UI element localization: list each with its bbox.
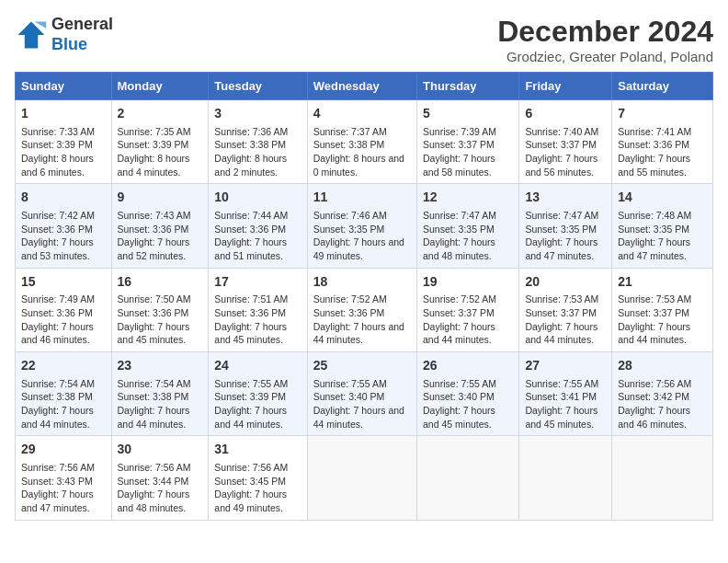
header-thursday: Thursday xyxy=(417,73,519,100)
main-title: December 2024 xyxy=(497,15,713,49)
cell-week2-day0: 8Sunrise: 7:42 AMSunset: 3:36 PMDaylight… xyxy=(16,184,112,268)
cell-week5-day5 xyxy=(519,436,612,520)
cell-week4-day5: 27Sunrise: 7:55 AMSunset: 3:41 PMDayligh… xyxy=(519,352,612,436)
cell-week3-day0: 15Sunrise: 7:49 AMSunset: 3:36 PMDayligh… xyxy=(16,268,112,351)
cell-week3-day1: 16Sunrise: 7:50 AMSunset: 3:36 PMDayligh… xyxy=(111,268,209,351)
header-sunday: Sunday xyxy=(16,73,112,100)
cell-week4-day0: 22Sunrise: 7:54 AMSunset: 3:38 PMDayligh… xyxy=(16,352,112,436)
cell-week1-day6: 7Sunrise: 7:41 AMSunset: 3:36 PMDaylight… xyxy=(612,100,713,184)
header-wednesday: Wednesday xyxy=(307,73,416,100)
week-row-5: 29Sunrise: 7:56 AMSunset: 3:43 PMDayligh… xyxy=(16,436,713,520)
header: General Blue December 2024 Grodziec, Gre… xyxy=(15,15,713,64)
week-row-2: 8Sunrise: 7:42 AMSunset: 3:36 PMDaylight… xyxy=(16,184,713,268)
logo-text-general: General xyxy=(51,15,113,35)
cell-week5-day1: 30Sunrise: 7:56 AMSunset: 3:44 PMDayligh… xyxy=(111,436,209,520)
cell-week4-day6: 28Sunrise: 7:56 AMSunset: 3:42 PMDayligh… xyxy=(612,352,713,436)
header-friday: Friday xyxy=(519,73,612,100)
cell-week3-day5: 20Sunrise: 7:53 AMSunset: 3:37 PMDayligh… xyxy=(519,268,612,351)
cell-week5-day0: 29Sunrise: 7:56 AMSunset: 3:43 PMDayligh… xyxy=(16,436,112,520)
logo-icon xyxy=(15,18,48,52)
cell-week2-day3: 11Sunrise: 7:46 AMSunset: 3:35 PMDayligh… xyxy=(307,184,416,268)
cell-week1-day5: 6Sunrise: 7:40 AMSunset: 3:37 PMDaylight… xyxy=(519,100,612,184)
cell-week4-day1: 23Sunrise: 7:54 AMSunset: 3:38 PMDayligh… xyxy=(111,352,209,436)
header-monday: Monday xyxy=(111,73,209,100)
cell-week5-day4 xyxy=(417,436,519,520)
week-row-1: 1Sunrise: 7:33 AMSunset: 3:39 PMDaylight… xyxy=(16,100,713,184)
cell-week4-day4: 26Sunrise: 7:55 AMSunset: 3:40 PMDayligh… xyxy=(417,352,519,436)
calendar-table: Sunday Monday Tuesday Wednesday Thursday… xyxy=(15,72,713,521)
header-row: Sunday Monday Tuesday Wednesday Thursday… xyxy=(16,73,713,100)
svg-marker-0 xyxy=(18,21,45,48)
logo: General Blue xyxy=(15,15,113,54)
cell-week2-day6: 14Sunrise: 7:48 AMSunset: 3:35 PMDayligh… xyxy=(612,184,713,268)
cell-week2-day2: 10Sunrise: 7:44 AMSunset: 3:36 PMDayligh… xyxy=(209,184,307,268)
cell-week5-day3 xyxy=(307,436,416,520)
cell-week1-day0: 1Sunrise: 7:33 AMSunset: 3:39 PMDaylight… xyxy=(16,100,112,184)
cell-week3-day2: 17Sunrise: 7:51 AMSunset: 3:36 PMDayligh… xyxy=(209,268,307,351)
cell-week1-day4: 5Sunrise: 7:39 AMSunset: 3:37 PMDaylight… xyxy=(417,100,519,184)
cell-week1-day3: 4Sunrise: 7:37 AMSunset: 3:38 PMDaylight… xyxy=(307,100,416,184)
cell-week2-day5: 13Sunrise: 7:47 AMSunset: 3:35 PMDayligh… xyxy=(519,184,612,268)
cell-week4-day3: 25Sunrise: 7:55 AMSunset: 3:40 PMDayligh… xyxy=(307,352,416,436)
cell-week5-day6 xyxy=(612,436,713,520)
subtitle: Grodziec, Greater Poland, Poland xyxy=(497,49,713,64)
cell-week3-day6: 21Sunrise: 7:53 AMSunset: 3:37 PMDayligh… xyxy=(612,268,713,351)
header-saturday: Saturday xyxy=(612,73,713,100)
week-row-3: 15Sunrise: 7:49 AMSunset: 3:36 PMDayligh… xyxy=(16,268,713,351)
cell-week1-day1: 2Sunrise: 7:35 AMSunset: 3:39 PMDaylight… xyxy=(111,100,209,184)
title-area: December 2024 Grodziec, Greater Poland, … xyxy=(497,15,713,64)
cell-week2-day4: 12Sunrise: 7:47 AMSunset: 3:35 PMDayligh… xyxy=(417,184,519,268)
cell-week2-day1: 9Sunrise: 7:43 AMSunset: 3:36 PMDaylight… xyxy=(111,184,209,268)
logo-text-blue: Blue xyxy=(51,35,113,55)
cell-week3-day4: 19Sunrise: 7:52 AMSunset: 3:37 PMDayligh… xyxy=(417,268,519,351)
cell-week4-day2: 24Sunrise: 7:55 AMSunset: 3:39 PMDayligh… xyxy=(209,352,307,436)
cell-week3-day3: 18Sunrise: 7:52 AMSunset: 3:36 PMDayligh… xyxy=(307,268,416,351)
cell-week1-day2: 3Sunrise: 7:36 AMSunset: 3:38 PMDaylight… xyxy=(209,100,307,184)
cell-week5-day2: 31Sunrise: 7:56 AMSunset: 3:45 PMDayligh… xyxy=(209,436,307,520)
week-row-4: 22Sunrise: 7:54 AMSunset: 3:38 PMDayligh… xyxy=(16,352,713,436)
header-tuesday: Tuesday xyxy=(209,73,307,100)
